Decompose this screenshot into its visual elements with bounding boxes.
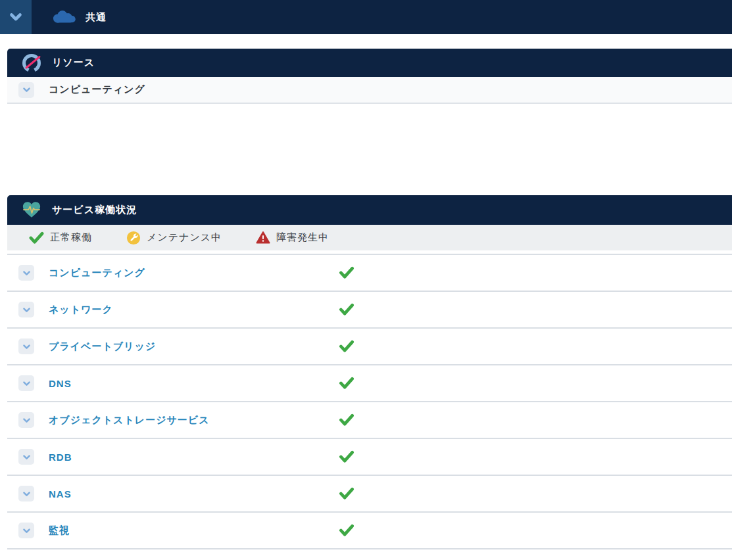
top-navigation-bar: 共通 <box>0 0 732 34</box>
service-label[interactable]: コンピューティング <box>49 267 145 279</box>
service-row: NAS <box>7 475 732 511</box>
service-status-panel-title: サービス稼働状況 <box>52 204 137 216</box>
service-row: RDB <box>7 438 732 475</box>
chevron-down-icon <box>22 268 32 278</box>
service-label[interactable]: DNS <box>49 378 72 389</box>
resources-panel: リソース コンピューティング <box>7 49 732 104</box>
chevron-down-icon <box>22 85 32 95</box>
service-row: ネットワーク <box>7 291 732 327</box>
cloud-icon <box>51 9 76 26</box>
warning-triangle-icon <box>256 231 270 245</box>
expand-chevron-button[interactable] <box>18 523 34 538</box>
resources-panel-header: リソース <box>7 49 732 77</box>
chevron-down-icon <box>22 305 32 315</box>
legend-label-maintenance: メンテナンス中 <box>147 231 222 244</box>
service-row: オブジェクトストレージサービス <box>7 401 732 438</box>
resource-label[interactable]: コンピューティング <box>49 83 145 96</box>
service-row: コンピューティング <box>7 254 732 291</box>
resources-panel-title: リソース <box>52 57 95 69</box>
expand-chevron-button[interactable] <box>18 412 34 428</box>
chevron-down-icon <box>8 9 24 25</box>
expand-chevron-button[interactable] <box>18 302 34 317</box>
service-label[interactable]: NAS <box>49 488 72 500</box>
status-legend: 正常稼働 メンテナンス中 <box>7 225 732 250</box>
service-label[interactable]: オブジェクトストレージサービス <box>49 414 210 427</box>
expand-chevron-button[interactable] <box>18 375 34 391</box>
resource-list: コンピューティング <box>7 77 732 104</box>
expand-chevron-button[interactable] <box>18 338 34 354</box>
chevron-down-icon <box>22 452 32 462</box>
legend-label-ok: 正常稼働 <box>50 231 92 244</box>
service-status-panel: サービス稼働状況 正常稼働 メン <box>7 195 732 549</box>
status-ok-icon <box>339 487 354 500</box>
status-ok-icon <box>339 303 354 316</box>
service-status-list: コンピューティング ネットワーク プライベートブリッジ <box>7 254 732 549</box>
status-ok-icon <box>339 450 354 463</box>
wrench-icon <box>126 231 141 245</box>
status-ok-icon <box>339 377 354 390</box>
expand-chevron-button[interactable] <box>18 82 34 98</box>
chevron-down-icon <box>22 526 32 536</box>
legend-label-failure: 障害発生中 <box>276 231 329 244</box>
gauge-icon <box>22 53 41 73</box>
expand-chevron-button[interactable] <box>18 449 34 465</box>
chevron-down-icon <box>22 379 32 388</box>
service-label[interactable]: ネットワーク <box>49 304 113 316</box>
status-ok-icon <box>339 266 354 279</box>
status-ok-icon <box>339 413 354 427</box>
service-label[interactable]: 監視 <box>49 525 70 537</box>
service-status-panel-header: サービス稼働状況 <box>7 195 732 225</box>
page-title: 共通 <box>85 11 107 24</box>
legend-item-maintenance: メンテナンス中 <box>126 231 222 245</box>
service-row: DNS <box>7 364 732 401</box>
service-label[interactable]: プライベートブリッジ <box>49 340 156 353</box>
chevron-down-icon <box>22 342 32 352</box>
status-ok-icon <box>339 524 354 537</box>
legend-item-ok: 正常稼働 <box>29 231 92 245</box>
check-icon <box>29 231 44 245</box>
expand-chevron-button[interactable] <box>18 265 34 281</box>
chevron-down-icon <box>22 489 32 499</box>
service-row: プライベートブリッジ <box>7 327 732 364</box>
collapse-toggle-button[interactable] <box>0 0 32 34</box>
service-label[interactable]: RDB <box>49 452 72 463</box>
service-row: 監視 <box>7 511 732 548</box>
expand-chevron-button[interactable] <box>18 486 34 502</box>
heart-pulse-icon <box>22 201 41 219</box>
resource-row: コンピューティング <box>7 77 732 104</box>
chevron-down-icon <box>22 415 32 425</box>
status-ok-icon <box>339 340 354 353</box>
legend-item-failure: 障害発生中 <box>256 231 329 245</box>
